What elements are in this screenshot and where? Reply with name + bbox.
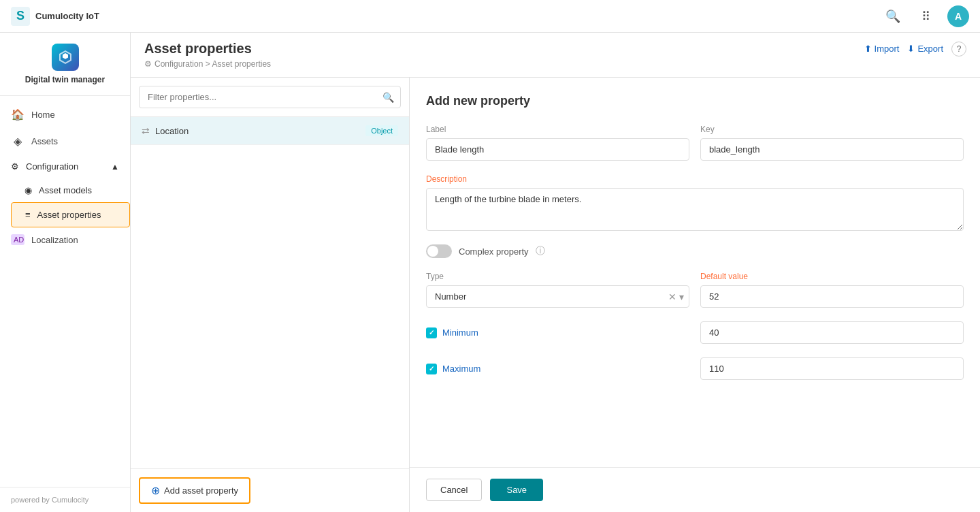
minimum-row: ✓ Minimum [426, 321, 964, 344]
minimum-checkbox[interactable]: ✓ [426, 327, 437, 338]
left-panel-footer: ⊕ Add asset property [131, 468, 409, 512]
type-select[interactable]: Number Text Boolean Date [426, 285, 689, 308]
default-value-label: Default value [700, 272, 964, 281]
sidebar-item-home-label: Home [31, 110, 55, 120]
complex-property-label: Complex property [459, 246, 529, 257]
property-list: ⇄ Location Object [131, 117, 409, 468]
form-area: Add new property Label Key [410, 78, 980, 467]
type-group: Type Number Text Boolean Date ✕ [426, 272, 689, 308]
apps-grid-button[interactable]: ⠿ [915, 5, 936, 27]
page-header: Asset properties ⬆ Import ⬇ Export ? ⚙ C… [131, 33, 980, 78]
sidebar-item-home[interactable]: 🏠 Home [0, 101, 130, 128]
import-button[interactable]: ⬆ Import [864, 44, 900, 54]
description-group: Description Length of the turbine blade … [426, 174, 964, 231]
breadcrumb: ⚙ Configuration > Asset properties [144, 59, 966, 69]
key-field-label: Key [700, 125, 964, 134]
sidebar-item-localization[interactable]: AD Localization [0, 227, 130, 252]
filter-input-wrap: 🔍 [139, 86, 401, 108]
default-value-group: Default value [700, 272, 964, 308]
asset-models-icon: ◉ [24, 185, 32, 195]
label-key-row: Label Key [426, 125, 964, 161]
filter-input[interactable] [139, 86, 401, 108]
logo-area: S Cumulocity IoT [11, 7, 99, 26]
default-value-input[interactable] [700, 285, 964, 308]
split-panel: 🔍 ⇄ Location Object ⊕ Add a [131, 78, 980, 512]
configuration-label: Configuration [26, 161, 78, 172]
avatar[interactable]: A [947, 5, 969, 27]
complex-property-info-icon[interactable]: ⓘ [536, 245, 545, 257]
sidebar-section-configuration[interactable]: ⚙ Configuration ▲ [0, 155, 130, 178]
sidebar-brand: Digital twin manager [0, 33, 130, 96]
page-title: Asset properties [144, 41, 252, 57]
minimum-left: ✓ Minimum [426, 327, 689, 338]
form-footer: Cancel Save [410, 467, 980, 512]
search-button[interactable]: 🔍 [882, 5, 904, 27]
top-bar: S Cumulocity IoT 🔍 ⠿ A [0, 0, 980, 33]
main-layout: Digital twin manager 🏠 Home ◈ Assets ⚙ C… [0, 33, 980, 512]
breadcrumb-config-icon: ⚙ [144, 59, 152, 69]
right-panel: Add new property Label Key [410, 78, 980, 512]
maximum-row: ✓ Maximum [426, 357, 964, 380]
add-asset-label: Add asset property [164, 485, 238, 496]
sidebar-item-asset-models-label: Asset models [39, 185, 92, 195]
sidebar: Digital twin manager 🏠 Home ◈ Assets ⚙ C… [0, 33, 131, 512]
check-icon: ✓ [429, 329, 434, 336]
filter-search-icon: 🔍 [382, 92, 394, 103]
sidebar-footer: powered by Cumulocity [0, 487, 130, 512]
sidebar-item-asset-properties[interactable]: ≡ Asset properties [11, 202, 130, 227]
clear-icon[interactable]: ✕ [668, 291, 676, 302]
key-input[interactable] [700, 138, 964, 161]
asset-properties-icon: ≡ [25, 210, 31, 220]
cancel-button[interactable]: Cancel [426, 479, 482, 501]
sidebar-item-assets[interactable]: ◈ Assets [0, 128, 130, 155]
minimum-right [700, 321, 964, 344]
export-button[interactable]: ⬇ Export [907, 44, 943, 54]
sidebar-nav: 🏠 Home ◈ Assets ⚙ Configuration ▲ ◉ Asse… [0, 96, 130, 487]
home-icon: 🏠 [11, 108, 24, 121]
description-textarea[interactable]: Length of the turbine blade in meters. [426, 188, 964, 231]
left-panel: 🔍 ⇄ Location Object ⊕ Add a [131, 78, 410, 512]
maximum-left: ✓ Maximum [426, 364, 689, 374]
assets-icon: ◈ [11, 135, 24, 148]
maximum-label: Maximum [442, 364, 480, 374]
type-label: Type [426, 272, 689, 281]
property-filter-icon: ⇄ [142, 125, 150, 136]
export-icon: ⬇ [907, 44, 915, 54]
label-field-label: Label [426, 125, 689, 134]
dropdown-icon[interactable]: ▾ [679, 291, 684, 302]
breadcrumb-path: Configuration > Asset properties [154, 59, 271, 69]
sidebar-item-assets-label: Assets [31, 136, 58, 146]
maximum-input[interactable] [700, 357, 964, 380]
check-icon: ✓ [429, 365, 434, 372]
property-item-left: ⇄ Location [142, 125, 189, 136]
select-icons: ✕ ▾ [668, 291, 684, 302]
key-group: Key [700, 125, 964, 161]
complex-property-row: Complex property ⓘ [426, 244, 964, 258]
property-item-location[interactable]: ⇄ Location Object [131, 117, 409, 145]
minimum-input[interactable] [700, 321, 964, 344]
save-button[interactable]: Save [490, 479, 543, 501]
top-bar-left: S Cumulocity IoT [11, 7, 99, 26]
complex-property-toggle[interactable] [426, 244, 452, 258]
label-group: Label [426, 125, 689, 161]
toggle-knob [427, 246, 438, 257]
localization-icon: AD [11, 234, 24, 245]
add-asset-property-button[interactable]: ⊕ Add asset property [139, 477, 250, 504]
sidebar-item-localization-label: Localization [31, 235, 78, 245]
maximum-right [700, 357, 964, 380]
maximum-checkbox[interactable]: ✓ [426, 364, 437, 374]
help-button[interactable]: ? [951, 42, 966, 57]
content-area: Asset properties ⬆ Import ⬇ Export ? ⚙ C… [131, 33, 980, 512]
logo-icon: S [11, 7, 30, 26]
type-select-wrap: Number Text Boolean Date ✕ ▾ [426, 285, 689, 308]
property-badge: Object [365, 125, 398, 136]
chevron-up-icon: ▲ [111, 162, 119, 172]
sidebar-item-asset-models[interactable]: ◉ Asset models [11, 178, 130, 202]
app-name: Cumulocity IoT [35, 11, 99, 21]
configuration-icon: ⚙ [11, 161, 19, 172]
filter-bar: 🔍 [131, 78, 409, 117]
import-icon: ⬆ [864, 44, 872, 54]
configuration-subnav: ◉ Asset models ≡ Asset properties [0, 178, 130, 227]
label-input[interactable] [426, 138, 689, 161]
form-title: Add new property [426, 94, 964, 108]
